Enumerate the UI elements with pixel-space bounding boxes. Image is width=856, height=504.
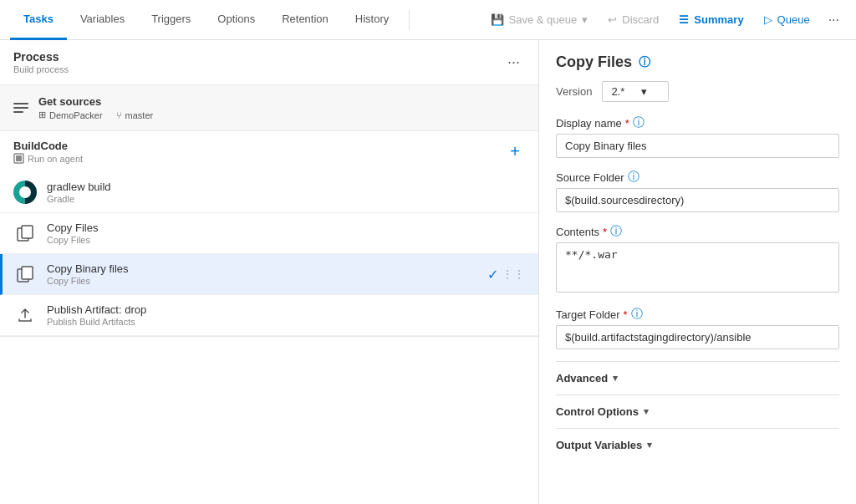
output-variables-chevron-icon: ▾ [647, 440, 652, 451]
copy-binary-files-task-content: Copy Binary files Copy Files [47, 262, 477, 286]
source-folder-field: Source Folder ⓘ [556, 170, 839, 212]
tab-triggers[interactable]: Triggers [138, 0, 204, 40]
control-options-chevron-icon: ▾ [644, 406, 649, 417]
display-name-info-icon[interactable]: ⓘ [633, 115, 645, 130]
buildcode-title: BuildCode [13, 140, 83, 152]
target-folder-required: * [624, 308, 628, 321]
agent-icon [13, 153, 24, 164]
gradle-task-icon [13, 181, 37, 204]
display-name-label: Display name * ⓘ [556, 115, 839, 130]
contents-label: Contents * ⓘ [556, 224, 839, 239]
copy-icon [13, 221, 37, 245]
task-drag-icon[interactable]: ⋮⋮ [502, 267, 525, 281]
title-info-icon[interactable]: ⓘ [639, 55, 650, 70]
source-folder-input[interactable] [556, 188, 839, 212]
gradle-task-name: gradlew build [47, 181, 525, 193]
task-item-copy-files[interactable]: Copy Files Copy Files [0, 213, 538, 254]
contents-info-icon[interactable]: ⓘ [610, 224, 622, 239]
play-icon: ▷ [764, 13, 772, 26]
version-row: Version 2.* ▾ [556, 81, 839, 102]
display-name-field: Display name * ⓘ [556, 115, 839, 158]
copy-binary-files-task-name: Copy Binary files [47, 262, 477, 275]
target-folder-info-icon[interactable]: ⓘ [631, 307, 643, 322]
task-item-publish-artifact[interactable]: Publish Artifact: drop Publish Build Art… [0, 295, 538, 336]
tab-history[interactable]: History [342, 0, 402, 40]
display-name-input[interactable] [556, 134, 839, 158]
copy-binary-files-task-icon [13, 262, 37, 286]
version-value: 2.* [611, 85, 624, 98]
tab-variables[interactable]: Variables [67, 0, 138, 40]
buildcode-section: BuildCode Run on agent + [0, 131, 538, 337]
branch-meta: ⑂ master [116, 109, 154, 120]
svg-rect-8 [22, 267, 33, 279]
svg-rect-1 [13, 107, 28, 109]
left-panel: Process Build process ··· Get sources [0, 40, 539, 504]
advanced-header[interactable]: Advanced ▾ [556, 372, 839, 384]
task-item-copy-binary-files[interactable]: Copy Binary files Copy Files ✓ ⋮⋮ [0, 254, 538, 295]
svg-rect-4 [16, 155, 22, 161]
control-options-header[interactable]: Control Options ▾ [556, 405, 839, 418]
svg-rect-0 [13, 103, 28, 104]
ellipsis-icon: ··· [507, 53, 520, 70]
publish-artifact-task-name: Publish Artifact: drop [47, 303, 525, 316]
repo-meta: ⊞ DemoPacker [38, 109, 103, 120]
tab-tasks[interactable]: Tasks [10, 0, 67, 40]
svg-rect-2 [13, 111, 23, 113]
target-folder-input[interactable] [556, 325, 839, 349]
buildcode-header: BuildCode Run on agent + [0, 131, 538, 172]
save-queue-button[interactable]: 💾 Save & queue ▾ [482, 10, 597, 29]
task-item-gradle[interactable]: gradlew build Gradle [0, 172, 538, 213]
version-select[interactable]: 2.* ▾ [602, 81, 669, 102]
repo-icon: ⊞ [38, 109, 46, 120]
nav-divider [409, 10, 410, 30]
svg-rect-6 [22, 226, 33, 238]
publish-artifact-task-content: Publish Artifact: drop Publish Build Art… [47, 303, 525, 327]
nav-tabs: Tasks Variables Triggers Options Retenti… [10, 0, 402, 40]
target-folder-field: Target Folder * ⓘ [556, 307, 839, 349]
advanced-section: Advanced ▾ [556, 361, 839, 395]
target-folder-label: Target Folder * ⓘ [556, 307, 839, 322]
contents-required: * [603, 226, 607, 238]
more-options-button[interactable]: ··· [822, 9, 846, 31]
top-nav: Tasks Variables Triggers Options Retenti… [0, 0, 856, 40]
copy-files-task-content: Copy Files Copy Files [47, 221, 525, 245]
output-variables-header[interactable]: Output Variables ▾ [556, 439, 839, 451]
copy-binary-files-task-actions: ✓ ⋮⋮ [487, 267, 525, 283]
contents-textarea[interactable]: **/*.war [556, 242, 839, 293]
version-label: Version [556, 85, 592, 98]
add-task-button[interactable]: + [505, 140, 525, 163]
get-sources-row[interactable]: Get sources ⊞ DemoPacker ⑂ master [0, 85, 538, 131]
buildcode-subtitle: Run on agent [13, 153, 83, 164]
tab-options[interactable]: Options [204, 0, 268, 40]
summary-button[interactable]: ☰ Summary [670, 10, 752, 29]
gradle-task-content: gradlew build Gradle [47, 181, 525, 204]
version-chevron-icon: ▾ [641, 85, 647, 98]
process-info: Process Build process [13, 50, 69, 74]
source-folder-info-icon[interactable]: ⓘ [628, 170, 639, 185]
main-layout: Process Build process ··· Get sources [0, 40, 856, 504]
get-sources-content: Get sources ⊞ DemoPacker ⑂ master [38, 95, 525, 120]
list-icon: ☰ [679, 13, 689, 26]
copy-binary-icon [13, 262, 37, 286]
queue-button[interactable]: ▷ Queue [756, 10, 818, 29]
source-folder-label: Source Folder ⓘ [556, 170, 839, 185]
publish-artifact-task-icon [13, 303, 37, 327]
process-title: Process [13, 50, 69, 64]
display-name-required: * [625, 117, 629, 130]
get-sources-meta: ⊞ DemoPacker ⑂ master [38, 109, 525, 120]
control-options-section: Control Options ▾ [556, 395, 839, 428]
buildcode-info: BuildCode Run on agent [13, 140, 83, 164]
process-more-button[interactable]: ··· [502, 52, 525, 73]
tab-retention[interactable]: Retention [268, 0, 342, 40]
copy-files-task-subtitle: Copy Files [47, 235, 525, 245]
process-subtitle: Build process [13, 64, 69, 74]
discard-button[interactable]: ↩ Discard [599, 10, 667, 29]
advanced-chevron-icon: ▾ [613, 373, 618, 384]
get-sources-title: Get sources [38, 95, 525, 108]
chevron-down-icon: ▾ [582, 13, 588, 26]
copy-binary-files-task-subtitle: Copy Files [47, 276, 477, 286]
save-icon: 💾 [491, 13, 504, 26]
gradle-icon [13, 181, 37, 204]
gradle-task-subtitle: Gradle [47, 194, 525, 204]
nav-actions: 💾 Save & queue ▾ ↩ Discard ☰ Summary ▷ Q… [482, 9, 846, 31]
